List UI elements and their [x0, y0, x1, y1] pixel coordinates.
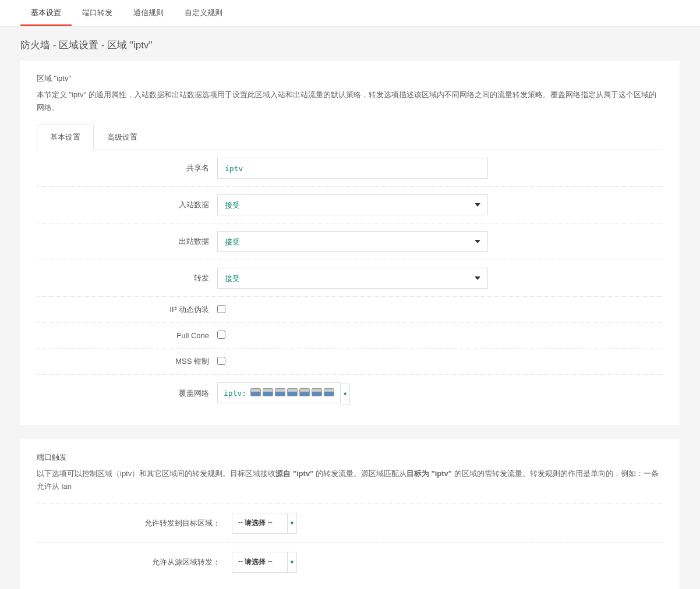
- form-rows: 共享名 入站数据 接受 出站数据 接受 转发: [37, 150, 663, 412]
- dest-zone-select[interactable]: -- 请选择 -- ▼: [232, 513, 297, 534]
- covered-label: 覆盖网络: [37, 388, 217, 399]
- chevron-down-icon: ▼: [287, 552, 296, 572]
- zone-settings-panel: 区域 "iptv" 本节定义 "iptv" 的通用属性，入站数据和出站数据选项用…: [20, 61, 680, 425]
- network-interface-icon: [324, 388, 334, 396]
- network-interface-icon: [263, 388, 273, 396]
- forward-label: 转发: [37, 273, 217, 283]
- inner-tab-0[interactable]: 基本设置: [37, 125, 94, 150]
- chevron-down-icon: ▼: [287, 513, 296, 533]
- mss-label: MSS 钳制: [37, 356, 217, 367]
- masq-label: IP 动态伪装: [37, 304, 217, 315]
- top-tabs: 基本设置端口转发通信规则自定义规则: [0, 0, 700, 27]
- top-tab-0[interactable]: 基本设置: [20, 0, 72, 26]
- fullcone-label: Full Cone: [37, 331, 217, 340]
- dest-zone-label: 允许转发到目标区域：: [37, 518, 232, 528]
- output-label: 出站数据: [37, 236, 217, 247]
- network-interface-icon: [275, 388, 285, 396]
- top-tab-2[interactable]: 通信规则: [123, 0, 174, 26]
- top-tab-1[interactable]: 端口转发: [72, 0, 123, 26]
- trigger-heading: 端口触发: [37, 452, 663, 463]
- masq-checkbox[interactable]: [217, 305, 225, 313]
- inner-tabs: 基本设置高级设置: [37, 125, 663, 150]
- src-zone-select[interactable]: -- 请选择 -- ▼: [232, 552, 297, 573]
- port-trigger-panel: 端口触发 以下选项可以控制区域（iptv）和其它区域间的转发规则。目标区域接收源…: [20, 439, 680, 589]
- output-select[interactable]: 接受: [217, 231, 488, 252]
- network-interface-icon: [299, 388, 310, 396]
- covered-network-toggle[interactable]: ▼: [341, 384, 350, 405]
- name-input[interactable]: [217, 158, 488, 179]
- input-label: 入站数据: [37, 200, 217, 210]
- zone-description: 本节定义 "iptv" 的通用属性，入站数据和出站数据选项用于设置此区域入站和出…: [37, 88, 663, 114]
- covered-network-chip[interactable]: iptv:: [217, 382, 341, 403]
- network-interface-icon: [287, 388, 298, 396]
- inner-tab-1[interactable]: 高级设置: [94, 125, 151, 150]
- zone-heading: 区域 "iptv": [37, 73, 663, 84]
- page-title: 防火墙 - 区域设置 - 区域 "iptv": [0, 27, 700, 61]
- network-interface-icon: [250, 388, 261, 396]
- src-zone-label: 允许从源区域转发：: [37, 557, 232, 567]
- network-interface-icon: [312, 388, 322, 396]
- name-label: 共享名: [37, 163, 217, 173]
- forward-select[interactable]: 接受: [217, 268, 488, 289]
- trigger-description: 以下选项可以控制区域（iptv）和其它区域间的转发规则。目标区域接收源自 "ip…: [37, 467, 663, 493]
- top-tab-3[interactable]: 自定义规则: [174, 0, 233, 26]
- input-select[interactable]: 接受: [217, 194, 488, 215]
- covered-network-text: iptv:: [224, 389, 246, 398]
- fullcone-checkbox[interactable]: [217, 331, 225, 339]
- mss-checkbox[interactable]: [217, 357, 225, 365]
